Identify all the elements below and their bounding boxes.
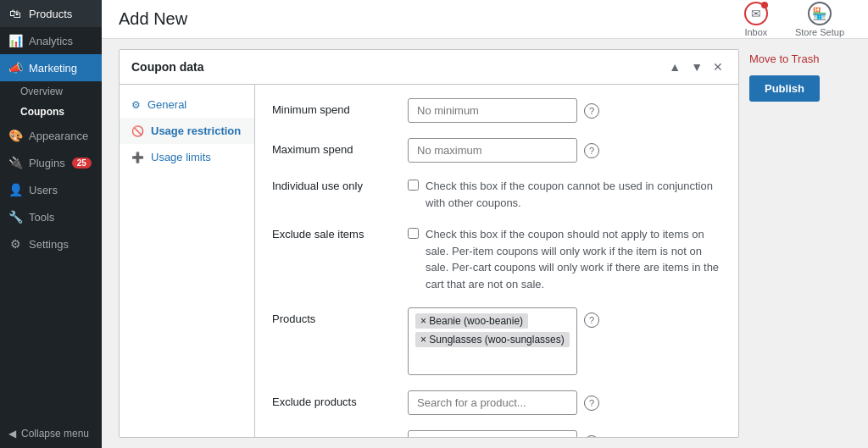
coupon-panel-header: Coupon data ▲ ▼ ✕ [120,50,738,85]
sidebar-item-settings[interactable]: ⚙ Settings [0,230,102,257]
coupon-panel: Coupon data ▲ ▼ ✕ ⚙ General 🚫 Usage r [119,49,739,438]
sidebar-item-tools[interactable]: 🔧 Tools [0,203,102,230]
topbar: Add New ✉ Inbox 🏪 Store Setup [102,0,868,39]
users-icon: 👤 [8,183,22,196]
exclude-sale-control: Check this box if the coupon should not … [408,226,721,292]
exclude-sale-checkbox[interactable] [408,228,419,239]
sidebar-item-label: Tools [29,211,54,224]
exclude-sale-label: Exclude sale items [272,226,408,241]
subnav-coupons[interactable]: Coupons [12,102,102,122]
minimum-spend-row: Minimum spend ? [272,98,721,123]
subnav-overview[interactable]: Overview [12,81,102,102]
inbox-notification-dot [761,2,768,8]
tab-general-label: General [147,98,186,111]
page-title: Add New [119,9,187,29]
product-categories-control: ? [408,430,721,437]
store-setup-icon: 🏪 [808,2,832,25]
product-categories-label: Product categories [272,430,408,437]
sidebar-item-products[interactable]: 🛍 Products [0,0,102,27]
marketing-subnav: Overview Coupons [0,81,102,122]
exclude-sale-description: Check this box if the coupon should not … [426,226,721,292]
minimum-spend-label: Minimum spend [272,98,408,116]
panel-collapse-down-button[interactable]: ▼ [687,58,706,75]
inbox-button[interactable]: ✉ Inbox [737,0,775,41]
inbox-label: Inbox [744,27,767,37]
exclude-products-help-icon[interactable]: ? [584,395,599,411]
collapse-menu-button[interactable]: ◀ Collapse menu [0,419,102,448]
product-tag-beanie-label: × Beanie (woo-beanie) [420,315,523,327]
individual-use-description: Check this box if the coupon cannot be u… [426,178,721,211]
sidebar-item-label: Appearance [29,130,88,142]
publish-button[interactable]: Publish [749,75,820,102]
product-tag-sunglasses-label: × Sunglasses (woo-sunglasses) [420,334,565,346]
usage-restriction-tab-icon: 🚫 [131,125,144,137]
maximum-spend-label: Maximum spend [272,138,408,156]
sidebar-item-analytics[interactable]: 📊 Analytics [0,27,102,54]
sidebar-item-label: Marketing [29,62,77,75]
product-tag-sunglasses: × Sunglasses (woo-sunglasses) [415,332,570,347]
tab-usage-limits-label: Usage limits [151,151,211,163]
coupon-form: Minimum spend ? Maximum spend ? [255,85,738,437]
collapse-icon: ◀ [8,428,16,440]
sidebar-item-marketing[interactable]: 📣 Marketing [0,54,102,81]
usage-limits-tab-icon: ➕ [131,152,144,163]
panel-collapse-up-button[interactable]: ▲ [665,58,684,75]
individual-use-checkbox[interactable] [408,180,419,191]
tab-usage-restriction[interactable]: 🚫 Usage restriction [120,118,254,144]
coupon-tabs: ⚙ General 🚫 Usage restriction ➕ Usage li… [120,85,255,437]
coupon-panel-title: Coupon data [131,60,204,74]
minimum-spend-input[interactable] [408,98,577,123]
main-area: Add New ✉ Inbox 🏪 Store Setup Coupon dat… [102,0,868,448]
exclude-products-label: Exclude products [272,390,408,408]
sidebar-item-label: Analytics [29,35,73,47]
panel-controls: ▲ ▼ ✕ [665,58,726,75]
sidebar: 🛍 Products 📊 Analytics 📣 Marketing Overv… [0,0,102,448]
appearance-icon: 🎨 [8,129,22,142]
sidebar-item-plugins[interactable]: 🔌 Plugins 25 [0,149,102,176]
sidebar-item-label: Products [29,8,72,20]
products-row: Products × Beanie (woo-beanie) × Sunglas… [272,307,721,375]
maximum-spend-control: ? [408,138,721,163]
product-categories-input[interactable] [408,430,577,437]
marketing-icon: 📣 [8,61,22,75]
tab-general[interactable]: ⚙ General [120,91,254,118]
products-control: × Beanie (woo-beanie) × Sunglasses (woo-… [408,307,721,375]
move-to-trash-link[interactable]: Move to Trash [749,49,851,69]
plugins-icon: 🔌 [8,156,22,169]
exclude-products-row: Exclude products ? [272,390,721,415]
general-tab-icon: ⚙ [131,99,141,111]
maximum-spend-row: Maximum spend ? [272,138,721,163]
maximum-spend-help-icon[interactable]: ? [584,143,599,158]
plugins-badge: 25 [72,158,92,169]
analytics-icon: 📊 [8,34,22,47]
coupon-panel-body: ⚙ General 🚫 Usage restriction ➕ Usage li… [120,85,738,437]
products-help-icon[interactable]: ? [584,312,599,328]
minimum-spend-control: ? [408,98,721,123]
sidebar-item-label: Plugins [29,157,65,169]
products-icon: 🛍 [8,7,22,20]
content-body: Coupon data ▲ ▼ ✕ ⚙ General 🚫 Usage r [102,39,868,448]
individual-use-row: Individual use only Check this box if th… [272,178,721,211]
sidebar-item-appearance[interactable]: 🎨 Appearance [0,122,102,149]
products-label: Products [272,307,408,325]
product-categories-help-icon[interactable]: ? [584,435,599,437]
product-tag-beanie: × Beanie (woo-beanie) [415,313,528,329]
maximum-spend-input[interactable] [408,138,577,163]
topbar-right: ✉ Inbox 🏪 Store Setup [737,0,851,41]
topbar-left: Add New [119,9,187,29]
sidebar-item-users[interactable]: 👤 Users [0,176,102,203]
inbox-icon: ✉ [744,2,768,25]
individual-use-control: Check this box if the coupon cannot be u… [408,178,721,211]
tab-usage-limits[interactable]: ➕ Usage limits [120,144,254,170]
exclude-products-input[interactable] [408,390,577,415]
minimum-spend-help-icon[interactable]: ? [584,103,599,119]
sidebar-item-label: Settings [29,238,69,251]
right-sidebar: Move to Trash Publish [749,49,851,438]
sidebar-item-label: Users [29,184,58,196]
products-field[interactable]: × Beanie (woo-beanie) × Sunglasses (woo-… [408,307,577,375]
panel-close-button[interactable]: ✕ [709,58,726,75]
store-setup-button[interactable]: 🏪 Store Setup [788,0,851,41]
collapse-label: Collapse menu [21,428,89,440]
exclude-products-control: ? [408,390,721,415]
tab-usage-restriction-label: Usage restriction [151,124,241,137]
